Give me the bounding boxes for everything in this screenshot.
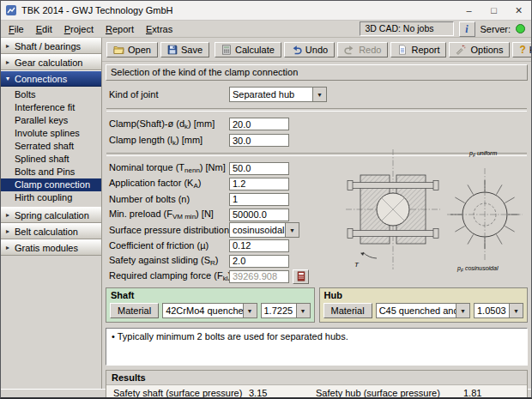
safety-hub-label: Safety hub (surface pressure) (316, 388, 463, 398)
nominal-torque-input[interactable] (229, 162, 289, 175)
sidebar-item-serrated-shaft[interactable]: Serrated shaft (1, 140, 101, 153)
surface-pressure-select[interactable]: cosinusoidal ▼ (229, 222, 299, 238)
number-of-bolts-label: Number of bolts (n) (106, 194, 229, 204)
chevron-down-icon[interactable]: ▼ (285, 223, 299, 237)
menu-project[interactable]: Project (58, 22, 100, 36)
sidebar: ▸ Shaft / bearings ▸ Gear calculation ▾ … (1, 38, 102, 389)
clamp-diameter-input[interactable] (229, 118, 289, 130)
sidebar-group-spring-calculation[interactable]: ▸ Spring calculation (1, 207, 101, 223)
chevron-right-icon: ▸ (4, 227, 11, 235)
hub-material-number-select[interactable]: 1.0503 ▼ (474, 303, 523, 318)
shaft-material-number-select[interactable]: 1.7225 ▼ (261, 303, 311, 318)
kind-of-joint-value: Separated hub (230, 89, 312, 100)
sidebar-item-splined-shaft[interactable]: Splined shaft (1, 153, 101, 166)
svg-text:T: T (354, 261, 360, 269)
sidebar-item-interference-fit[interactable]: Interference fit (1, 101, 101, 114)
surface-pressure-value: cosinusoidal (230, 225, 285, 235)
menu-extras[interactable]: Extras (140, 22, 178, 36)
hub-material-button[interactable]: Material (323, 303, 372, 318)
options-button[interactable]: Options (449, 42, 510, 57)
save-diskette-icon (167, 45, 178, 55)
undo-button[interactable]: Undo (284, 42, 335, 57)
app-icon (5, 4, 17, 16)
coefficient-friction-input[interactable] (229, 239, 289, 252)
help-icon: ? (519, 44, 525, 56)
clamping-force-calc-button[interactable] (293, 269, 309, 284)
clamp-length-label: Clamp length (lk) [mm] (106, 135, 229, 147)
separator (106, 108, 527, 112)
report-document-icon (397, 45, 408, 55)
minimize-button[interactable]: – (456, 1, 481, 20)
calculate-button[interactable]: Calculate (215, 42, 281, 57)
tools-icon (456, 45, 467, 55)
kind-of-joint-label: Kind of joint (106, 89, 229, 100)
shaft-material-button[interactable]: Material (110, 303, 159, 318)
menu-file[interactable]: File (3, 22, 30, 36)
window-title: TBK 2014 - GWJ Technology GmbH (21, 5, 172, 15)
info-button[interactable]: i (459, 21, 475, 37)
sidebar-group-gratis-modules[interactable]: ▸ Gratis modules (1, 239, 101, 256)
safety-shaft-value: 3.15 (249, 388, 316, 398)
results-title: Results (106, 371, 527, 385)
menu-edit[interactable]: Edit (30, 22, 58, 36)
sidebar-group-shaft-bearings[interactable]: ▸ Shaft / bearings (1, 38, 101, 54)
hub-material-number-value: 1.0503 (475, 305, 509, 316)
kind-of-joint-select[interactable]: Separated hub ▼ (229, 87, 327, 102)
close-button[interactable]: × (506, 1, 531, 20)
svg-text:pF uniform: pF uniform (469, 150, 497, 158)
chevron-down-icon[interactable]: ▼ (296, 304, 310, 317)
hub-material-value: C45 quenched and temper... (377, 305, 456, 316)
clamp-cross-section-diagram: T (342, 146, 444, 273)
info-icon: i (465, 24, 468, 34)
chevron-down-icon[interactable]: ▼ (456, 304, 469, 317)
cad-status-box: 3D CAD: No jobs (360, 21, 454, 36)
safety-shaft-label: Safety shaft (surface pressure) (113, 388, 249, 398)
shaft-group-title: Shaft (111, 290, 311, 300)
chevron-down-icon[interactable]: ▼ (509, 304, 523, 317)
chevron-down-icon: ▾ (4, 75, 11, 82)
app-window: TBK 2014 - GWJ Technology GmbH – □ × Fil… (0, 0, 532, 399)
required-clamping-force-field (229, 270, 289, 283)
hub-group: Hub Material C45 quenched and temper... … (319, 287, 529, 323)
maximize-button[interactable]: □ (481, 1, 506, 20)
chevron-down-icon[interactable]: ▼ (243, 304, 257, 317)
sidebar-item-bolts-and-pins[interactable]: Bolts and Pins (1, 166, 101, 178)
sidebar-item-involute-splines[interactable]: Involute splines (1, 127, 101, 140)
shaft-material-select[interactable]: 42CrMo4 quenched and te... ▼ (162, 303, 257, 318)
save-button[interactable]: Save (160, 42, 209, 57)
chevron-down-icon[interactable]: ▼ (312, 88, 326, 101)
surface-pressure-label: Surface pressure distribution (106, 225, 229, 235)
menu-report[interactable]: Report (100, 22, 140, 36)
open-button[interactable]: Open (106, 42, 158, 57)
chevron-right-icon: ▸ (4, 244, 11, 251)
sidebar-item-hirth-coupling[interactable]: Hirth coupling (1, 191, 101, 204)
nominal-torque-label: Nominal torque (Tnenn) [Nm] (106, 162, 229, 174)
results-panel: Results Safety shaft (surface pressure) … (106, 370, 528, 399)
titlebar: TBK 2014 - GWJ Technology GmbH – □ × (1, 1, 531, 21)
note-text: Typically minimum 2 bolts are used for s… (118, 331, 348, 342)
sidebar-group-connections[interactable]: ▾ Connections (1, 70, 101, 87)
number-of-bolts-input[interactable] (229, 193, 289, 206)
note-box: • Typically minimum 2 bolts are used for… (106, 328, 528, 366)
help-button[interactable]: ? Help (512, 42, 532, 57)
pressure-distribution-diagram: pF uniform (445, 146, 524, 273)
sidebar-item-parallel-keys[interactable]: Parallel keys (1, 114, 101, 127)
min-preload-input[interactable] (229, 209, 289, 221)
sidebar-group-gear-calculation[interactable]: ▸ Gear calculation (1, 54, 101, 70)
menubar: File Edit Project Report Extras 3D CAD: … (1, 21, 531, 38)
sidebar-item-bolts[interactable]: Bolts (1, 88, 101, 101)
undo-arrow-icon (291, 45, 302, 55)
report-button[interactable]: Report (390, 42, 446, 57)
sidebar-item-clamp-connection[interactable]: Clamp connection (1, 178, 101, 191)
svg-text:pF cosinusoidal: pF cosinusoidal (456, 265, 499, 273)
hub-material-select[interactable]: C45 quenched and temper... ▼ (376, 303, 470, 318)
clamp-connection-page: Selection of the kind of the clamp conne… (102, 62, 531, 389)
safety-sliding-input[interactable] (229, 255, 289, 268)
toolbar: Open Save Calculate Undo Redo (102, 38, 531, 62)
server-status-icon (516, 24, 525, 33)
clamp-length-input[interactable] (229, 134, 289, 147)
sidebar-group-belt-calculation[interactable]: ▸ Belt calculation (1, 223, 101, 239)
application-factor-input[interactable] (229, 178, 289, 190)
redo-button[interactable]: Redo (337, 42, 388, 57)
small-calculator-icon (297, 271, 305, 281)
